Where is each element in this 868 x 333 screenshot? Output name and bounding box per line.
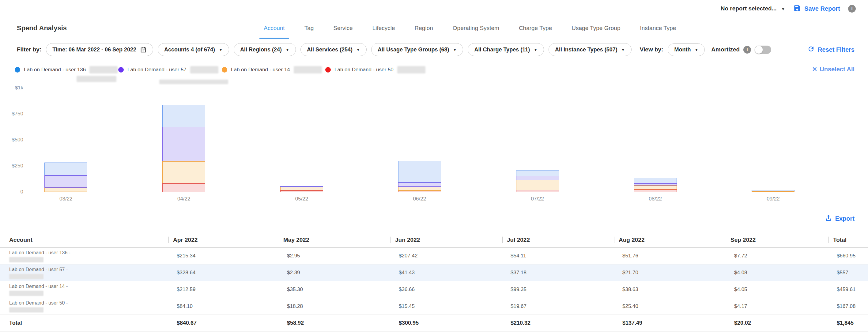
export-label: Export <box>835 215 855 222</box>
chevron-down-icon: ▼ <box>781 6 785 11</box>
bar-segment-lab-on-demand-user-14[interactable] <box>398 187 441 190</box>
page-title: Spend Analysis <box>17 24 67 32</box>
amortized-control: Amortized i <box>711 45 771 54</box>
bar-segment-lab-on-demand-user-57[interactable] <box>162 127 205 161</box>
report-selector-value: No report selected... <box>721 5 777 12</box>
bar-segment-lab-on-demand-user-14[interactable] <box>162 161 205 183</box>
filter-pill-all-usage-type-groups[interactable]: All Usage Type Groups (68)▼ <box>371 43 463 56</box>
bar-segment-lab-on-demand-user-136[interactable] <box>162 105 205 127</box>
column-divider <box>829 237 829 243</box>
account-cell: Lab on Demand - user 57 - <box>0 264 92 281</box>
bar-segment-lab-on-demand-user-136[interactable] <box>752 190 795 191</box>
filter-pills: Time: 06 Mar 2022 - 06 Sep 2022Accounts … <box>46 43 631 56</box>
bar-segment-lab-on-demand-user-14[interactable] <box>280 187 323 190</box>
account-cell: Lab on Demand - user 14 - <box>0 281 92 298</box>
chevron-down-icon: ▼ <box>621 47 625 52</box>
column-header-label: Total <box>833 237 846 243</box>
bar-segment-lab-on-demand-user-50[interactable] <box>280 190 323 192</box>
report-selector-dropdown[interactable]: No report selected... ▼ <box>721 5 785 12</box>
legend-row: Lab on Demand - user 136Lab on Demand - … <box>0 61 868 81</box>
legend-dot <box>325 67 331 72</box>
cell-value: $15.45 <box>391 298 502 315</box>
total-cell-value: $58.92 <box>279 315 391 331</box>
view-by-dropdown[interactable]: Month ▼ <box>668 43 705 56</box>
bar-segment-lab-on-demand-user-136[interactable] <box>516 170 559 176</box>
amortized-toggle[interactable] <box>755 45 771 54</box>
amortized-info-icon[interactable]: i <box>743 46 751 54</box>
export-icon <box>825 214 832 223</box>
redacted-text <box>159 79 228 84</box>
legend-item-lab-on-demand-user-57[interactable]: Lab on Demand - user 57 <box>118 66 222 73</box>
table-row: Lab on Demand - user 57 -$328.64$2.39$41… <box>0 264 868 281</box>
column-header-account: Account <box>0 232 92 247</box>
column-header-aug-2022: Aug 2022 <box>614 232 726 247</box>
column-header-jul-2022: Jul 2022 <box>502 232 614 247</box>
tab-region[interactable]: Region <box>413 18 435 39</box>
chevron-down-icon: ▼ <box>285 47 289 52</box>
x-axis-label: 05/22 <box>283 196 320 202</box>
chevron-down-icon: ▼ <box>694 47 698 52</box>
bar-segment-lab-on-demand-user-136[interactable] <box>280 186 323 187</box>
bar-segment-lab-on-demand-user-136[interactable] <box>44 163 87 175</box>
bar-segment-lab-on-demand-user-57[interactable] <box>516 176 559 180</box>
cell-value: $35.30 <box>279 281 391 298</box>
filter-pill-label: All Usage Type Groups (68) <box>378 46 449 53</box>
tab-lifecycle[interactable]: Lifecycle <box>371 18 397 39</box>
redacted-text <box>397 66 426 73</box>
legend-label: Lab on Demand - user 50 <box>335 67 394 73</box>
unselect-all-label: Unselect All <box>819 66 855 73</box>
bar-segment-lab-on-demand-user-50[interactable] <box>516 190 559 192</box>
filter-pill-all-services[interactable]: All Services (254)▼ <box>301 43 367 56</box>
export-button[interactable]: Export <box>825 214 855 223</box>
column-divider <box>502 237 503 243</box>
cell-value: $25.40 <box>614 298 726 315</box>
cell-value: $4.05 <box>726 281 829 298</box>
save-report-button[interactable]: Save Report <box>793 4 840 13</box>
cell-spacer <box>92 264 168 281</box>
spend-chart: 0$250$500$750$1k 03/2204/2205/2206/2207/… <box>0 81 868 209</box>
spend-analysis-app: { "topbar": { "report_selector": "No rep… <box>0 0 868 333</box>
y-axis-label: 0 <box>21 189 23 195</box>
filter-pill-time-06-mar-2022-06-sep-2022[interactable]: Time: 06 Mar 2022 - 06 Sep 2022 <box>46 43 153 56</box>
bar-segment-lab-on-demand-user-50[interactable] <box>634 190 677 192</box>
tab-account[interactable]: Account <box>262 18 287 39</box>
reset-filters-button[interactable]: Reset Filters <box>807 45 855 54</box>
bar-segment-lab-on-demand-user-57[interactable] <box>44 175 87 188</box>
tab-charge-type[interactable]: Charge Type <box>517 18 554 39</box>
y-axis-label: $750 <box>12 111 23 117</box>
filter-pill-accounts-4[interactable]: Accounts 4 (of 674)▼ <box>158 43 229 56</box>
bar-segment-lab-on-demand-user-136[interactable] <box>398 161 441 183</box>
bar-segment-lab-on-demand-user-57[interactable] <box>634 183 677 186</box>
bar-segment-lab-on-demand-user-14[interactable] <box>516 180 559 190</box>
bar-segment-lab-on-demand-user-50[interactable] <box>398 191 441 192</box>
account-cell: Lab on Demand - user 136 - <box>0 247 92 264</box>
x-axis-label: 09/22 <box>755 196 792 202</box>
tab-tag[interactable]: Tag <box>303 18 316 39</box>
chevron-down-icon: ▼ <box>453 47 457 52</box>
tab-instance-type[interactable]: Instance Type <box>638 18 678 39</box>
tab-operating-system[interactable]: Operating System <box>451 18 501 39</box>
tab-service[interactable]: Service <box>331 18 354 39</box>
chevron-down-icon: ▼ <box>356 47 360 52</box>
total-cell-value: $210.32 <box>502 315 614 331</box>
legend-item-lab-on-demand-user-50[interactable]: Lab on Demand - user 50 <box>325 66 429 73</box>
cell-value: $459.61 <box>829 281 868 298</box>
info-icon[interactable]: i <box>848 5 856 12</box>
filter-pill-all-regions[interactable]: All Regions (24)▼ <box>234 43 296 56</box>
tab-usage-type-group[interactable]: Usage Type Group <box>570 18 622 39</box>
filter-pill-all-charge-types[interactable]: All Charge Types (11)▼ <box>468 43 544 56</box>
y-axis-label: $500 <box>12 137 23 143</box>
column-divider <box>168 237 169 243</box>
unselect-all-button[interactable]: ✕ Unselect All <box>812 66 855 73</box>
legend-item-lab-on-demand-user-14[interactable]: Lab on Demand - user 14 <box>222 66 325 73</box>
filter-pill-all-instance-types[interactable]: All Instance Types (507)▼ <box>549 43 631 56</box>
bar-segment-lab-on-demand-user-14[interactable] <box>634 186 677 190</box>
bar-segment-lab-on-demand-user-57[interactable] <box>398 182 441 187</box>
x-axis-label: 08/22 <box>637 196 674 202</box>
bar-segment-lab-on-demand-user-14[interactable] <box>44 188 87 192</box>
cell-value: $38.63 <box>614 281 726 298</box>
cell-value: $36.66 <box>391 281 502 298</box>
legend-item-lab-on-demand-user-136[interactable]: Lab on Demand - user 136 <box>15 66 118 73</box>
bar-segment-lab-on-demand-user-50[interactable] <box>162 183 205 192</box>
bar-segment-lab-on-demand-user-136[interactable] <box>634 178 677 183</box>
